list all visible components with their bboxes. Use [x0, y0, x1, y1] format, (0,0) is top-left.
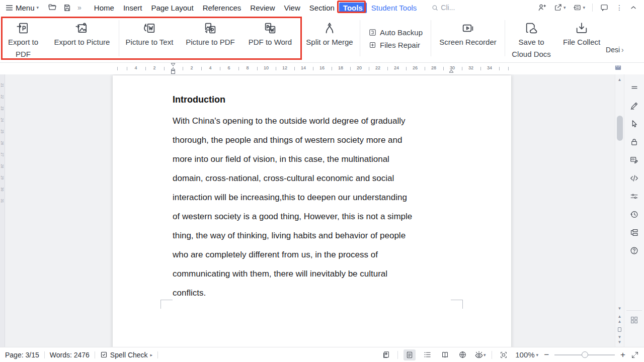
open-folder-icon[interactable]: [48, 3, 57, 12]
divider: [157, 351, 158, 358]
ruler-tick: [462, 67, 462, 70]
navigation-panes-icon[interactable]: [627, 223, 641, 241]
button-label: Split or Merge: [306, 36, 353, 48]
comment-icon[interactable]: [600, 3, 609, 12]
print-layout-icon[interactable]: [404, 349, 416, 360]
tab-references[interactable]: References: [198, 2, 246, 14]
tab-page-layout[interactable]: Page Layout: [146, 2, 198, 14]
fullscreen-icon[interactable]: [631, 351, 639, 359]
scrollbar-thumb[interactable]: [617, 116, 623, 141]
picture-to-pdf-button[interactable]: Picture to PDF: [180, 15, 241, 62]
picture-to-pdf-icon: [203, 20, 217, 36]
tab-insert[interactable]: Insert: [119, 2, 147, 14]
drag-handle-icon[interactable]: [627, 78, 641, 97]
menu-button[interactable]: Menu ▾: [5, 4, 39, 12]
command-search[interactable]: Cli...: [431, 4, 455, 12]
adjust-settings-icon[interactable]: [627, 187, 641, 205]
tab-student-tools[interactable]: Student Tools: [367, 2, 422, 14]
collapse-ribbon-icon[interactable]: [630, 4, 637, 11]
app-grid-icon[interactable]: [627, 311, 641, 329]
tab-tools[interactable]: Tools: [339, 3, 367, 13]
indent-markers[interactable]: [170, 63, 176, 74]
split-or-merge-button[interactable]: Split or Merge: [299, 15, 360, 62]
ruler-number: 22: [374, 65, 381, 70]
document-text-line: who are completely different from us, in…: [173, 245, 474, 264]
ruler-tick: [127, 67, 127, 70]
cursor-select-icon[interactable]: [627, 115, 641, 133]
zoom-slider-knob[interactable]: [582, 351, 588, 358]
button-label: Screen Recorder: [439, 36, 496, 48]
source-code-icon[interactable]: [627, 169, 641, 187]
outline-icon[interactable]: [421, 349, 433, 360]
ruler-tick: [220, 67, 220, 70]
overflow-icon[interactable]: »: [77, 4, 82, 12]
ruler-number: 28: [430, 65, 437, 70]
spell-check-icon: [100, 351, 108, 358]
vertical-ruler-number: 23: [1, 107, 4, 111]
tab-view[interactable]: View: [280, 2, 305, 14]
document-page[interactable]: Introduction With China's opening to the…: [113, 75, 511, 347]
ribbon-overflow-button[interactable]: Desi›: [606, 15, 624, 62]
export-to-picture-button[interactable]: Export to Picture: [45, 15, 119, 62]
zoom-out-button[interactable]: −: [544, 350, 549, 360]
screen-recorder-button[interactable]: Screen Recorder: [431, 15, 505, 62]
fit-page-icon[interactable]: [498, 349, 510, 360]
ruler-number: 16: [318, 65, 326, 70]
ruler-number: 18: [337, 65, 344, 70]
vertical-ruler: 2122232425262728293031: [0, 74, 5, 347]
invite-user-icon[interactable]: [537, 3, 546, 12]
zoom-slider[interactable]: [554, 354, 615, 355]
eye-protection-icon[interactable]: ▾: [474, 349, 486, 360]
button-label: PDF to Word: [249, 36, 292, 48]
ribbon-small-group: Auto BackupFiles Repair: [360, 15, 431, 62]
document-text-line: thing, the way of thinking, living habit…: [173, 226, 474, 245]
file-collect-button[interactable]: File Collect: [557, 15, 606, 62]
chevron-down-icon: ▾: [583, 5, 585, 10]
code-edit-icon[interactable]: [627, 151, 641, 169]
save-to-cloud-docs-button[interactable]: Save toCloud Docs: [505, 15, 557, 62]
zoom-level-button[interactable]: 100%▾: [515, 350, 538, 359]
tab-review[interactable]: Review: [246, 2, 279, 14]
files-repair-button[interactable]: Files Repair: [368, 41, 423, 49]
history-icon[interactable]: [627, 205, 641, 223]
help-icon[interactable]: [627, 241, 641, 259]
ruler-toggle-icon[interactable]: [614, 64, 622, 71]
task-pane-icon[interactable]: [380, 349, 392, 360]
export-to-pdf-button[interactable]: Export toPDF: [1, 15, 45, 62]
zoom-value: 100%: [515, 350, 534, 359]
chevron-down-icon: ▾: [536, 352, 539, 357]
page-indicator[interactable]: Page: 3/15: [5, 351, 39, 359]
read-mode-icon[interactable]: [439, 349, 451, 360]
more-vertical-icon[interactable]: ⋮: [616, 4, 623, 12]
previous-page-icon[interactable]: ▲▲: [618, 314, 622, 324]
ruler-tick: [183, 67, 183, 70]
right-indent-marker[interactable]: [448, 67, 454, 73]
ruler-tick: [332, 67, 332, 70]
vertical-scrollbar[interactable]: ▲ ▼ ▲▲ ▼▼: [615, 74, 624, 347]
select-browse-object-icon[interactable]: [618, 327, 621, 332]
save-icon[interactable]: [63, 4, 71, 12]
next-page-icon[interactable]: ▼▼: [618, 335, 622, 345]
scroll-up-icon[interactable]: ▲: [618, 77, 622, 82]
document-text-line: communicating with them, there will inev…: [173, 264, 474, 284]
ruler-tick: [425, 67, 425, 70]
tab-home[interactable]: Home: [90, 2, 119, 14]
word-count[interactable]: Words: 2476: [50, 351, 90, 359]
edit-pen-icon[interactable]: [627, 97, 641, 115]
lock-icon[interactable]: [627, 133, 641, 151]
zoom-in-button[interactable]: +: [620, 350, 625, 360]
caret-right-icon: ▸: [150, 352, 153, 357]
share-button[interactable]: ▾: [553, 3, 566, 12]
picture-to-text-button[interactable]: Picture to Text: [119, 15, 180, 62]
ruler-tick: [145, 67, 146, 70]
pdf-to-word-button[interactable]: PDF to Word: [241, 15, 299, 62]
new-tab-button[interactable]: ▾: [573, 3, 585, 12]
scroll-down-icon[interactable]: ▼: [618, 306, 622, 311]
auto-backup-button[interactable]: Auto Backup: [368, 28, 423, 37]
ruler-number: 2: [189, 65, 194, 70]
spell-check-button[interactable]: Spell Check ▸: [100, 351, 152, 359]
button-label: Auto Backup: [380, 28, 423, 37]
divider: [492, 351, 492, 359]
web-layout-icon[interactable]: [456, 349, 468, 360]
tab-section[interactable]: Section: [305, 2, 339, 14]
